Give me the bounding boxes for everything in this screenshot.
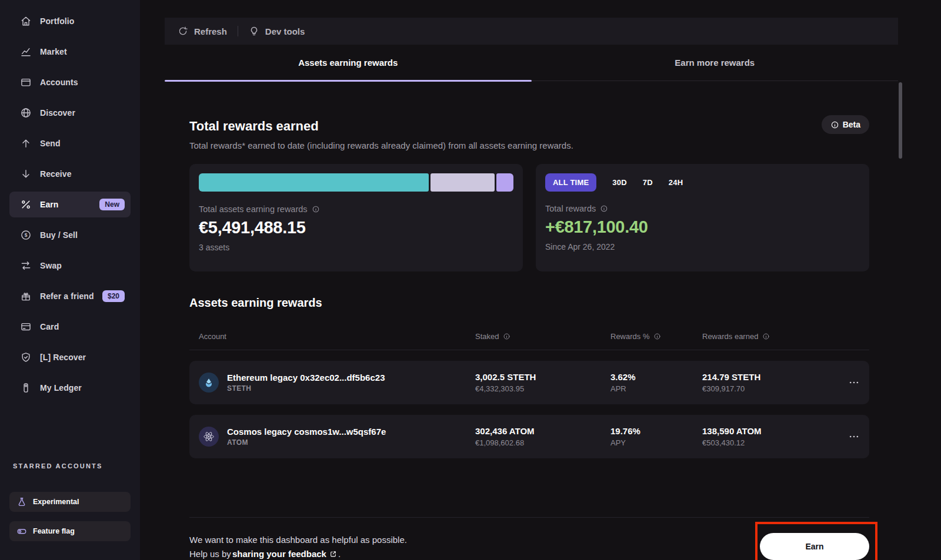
earned-amount: 138,590 ATOM xyxy=(702,426,832,436)
total-rewards-label: Total rewards xyxy=(545,204,596,213)
new-badge: New xyxy=(99,199,125,210)
sidebar-item-label: Market xyxy=(40,47,67,56)
feature-flag-label: Feature flag xyxy=(33,527,75,535)
gift-icon xyxy=(20,290,32,302)
rewards-since-date: Since Apr 26, 2022 xyxy=(545,242,860,252)
refresh-button[interactable]: Refresh xyxy=(178,26,227,36)
arrow-up-icon xyxy=(20,138,32,149)
column-account: Account xyxy=(199,332,475,341)
rate-type: APY xyxy=(610,438,702,447)
earn-button[interactable]: Earn xyxy=(760,533,869,560)
shield-icon xyxy=(20,351,32,363)
info-icon[interactable] xyxy=(762,333,770,341)
topbar-divider xyxy=(238,26,238,36)
feature-flag-button[interactable]: Feature flag xyxy=(9,521,131,541)
sidebar-item-recover[interactable]: [L] Recover xyxy=(9,344,131,370)
chart-icon xyxy=(20,46,32,58)
feedback-help-suffix: . xyxy=(338,549,341,559)
sidebar-item-my-ledger[interactable]: My Ledger xyxy=(9,375,131,401)
beta-badge[interactable]: Beta xyxy=(822,115,869,134)
sidebar-item-label: Swap xyxy=(40,261,62,270)
sidebar-item-label: My Ledger xyxy=(40,383,82,393)
info-icon[interactable] xyxy=(600,204,608,213)
tab-label: Assets earning rewards xyxy=(298,58,398,68)
tab-assets-earning-rewards[interactable]: Assets earning rewards xyxy=(165,45,532,81)
lightbulb-icon xyxy=(249,26,259,36)
total-assets-card: Total assets earning rewards €5,491,488.… xyxy=(189,164,523,271)
column-rewards-pct: Rewards % xyxy=(610,332,702,341)
refresh-label: Refresh xyxy=(194,26,227,36)
rewards-rate: 3.62% xyxy=(610,372,702,382)
info-icon[interactable] xyxy=(312,205,320,213)
rewards-rate: 19.76% xyxy=(610,426,702,436)
vertical-scrollbar-thumb[interactable] xyxy=(899,82,902,159)
account-name: Ethereum legacy 0x32ec02...df5b6c23 xyxy=(227,373,385,383)
sidebar-item-label: Earn xyxy=(40,200,59,209)
sidebar-item-earn[interactable]: Earn New xyxy=(9,192,131,217)
feedback-link[interactable]: sharing your feedback xyxy=(232,549,337,559)
sidebar-item-card[interactable]: Card xyxy=(9,314,131,340)
sidebar-item-label: [L] Recover xyxy=(40,353,86,362)
total-assets-label: Total assets earning rewards xyxy=(199,204,308,214)
sidebar-item-buy-sell[interactable]: $ Buy / Sell xyxy=(9,222,131,248)
sidebar-item-discover[interactable]: Discover xyxy=(9,100,131,126)
filter-30d[interactable]: 30D xyxy=(612,178,626,187)
dev-topbar: Refresh Dev tools xyxy=(165,18,898,45)
sidebar-item-label: Buy / Sell xyxy=(40,230,78,240)
sidebar-item-swap[interactable]: Swap xyxy=(9,253,131,279)
total-rewards-value: +€817,100.40 xyxy=(545,217,860,237)
atom-coin-icon xyxy=(199,427,219,447)
assets-count: 3 assets xyxy=(199,243,513,252)
credit-card-icon xyxy=(20,321,32,333)
table-title: Assets earning rewards xyxy=(189,296,869,310)
rate-type: APR xyxy=(610,384,702,393)
sidebar-item-portfolio[interactable]: Portfolio xyxy=(9,8,131,34)
column-staked: Staked xyxy=(475,332,610,341)
table-row-atom[interactable]: Cosmos legacy cosmos1w...w5qsf67e ATOM 3… xyxy=(189,415,869,458)
experimental-button[interactable]: Experimental xyxy=(9,492,131,512)
home-icon xyxy=(20,15,32,27)
app-window: Portfolio Market Accounts Discover Send xyxy=(0,0,941,560)
steth-coin-icon xyxy=(199,373,219,393)
account-ticker: STETH xyxy=(227,384,385,393)
sidebar-item-accounts[interactable]: Accounts xyxy=(9,69,131,95)
dollar-icon: $ xyxy=(20,229,32,241)
swap-icon xyxy=(20,260,32,271)
filter-24h[interactable]: 24H xyxy=(669,178,683,187)
total-assets-value: €5,491,488.15 xyxy=(199,218,513,237)
main-area: Refresh Dev tools Assets earning rewards… xyxy=(140,0,941,560)
table-row-steth[interactable]: Ethereum legacy 0x32ec02...df5b6c23 STET… xyxy=(189,361,869,404)
bar-segment-purple xyxy=(496,173,513,192)
sidebar-item-label: Refer a friend xyxy=(40,291,94,301)
sidebar-item-refer-a-friend[interactable]: Refer a friend $20 xyxy=(9,283,131,309)
feedback-text: We want to make this dashboard as helpfu… xyxy=(189,535,407,545)
tab-bar: Assets earning rewards Earn more rewards xyxy=(165,45,898,81)
row-menu-icon[interactable] xyxy=(832,377,860,388)
earned-fiat: €309,917.70 xyxy=(702,384,832,393)
feedback-help-prefix: Help us by xyxy=(189,549,231,559)
account-name: Cosmos legacy cosmos1w...w5qsf67e xyxy=(227,427,386,437)
refresh-icon xyxy=(178,26,188,36)
info-icon[interactable] xyxy=(503,333,511,341)
external-link-icon xyxy=(329,550,337,558)
dev-tools-button[interactable]: Dev tools xyxy=(249,26,305,36)
sidebar: Portfolio Market Accounts Discover Send xyxy=(0,0,140,560)
staked-amount: 302,436 ATOM xyxy=(475,426,610,436)
sidebar-item-receive[interactable]: Receive xyxy=(9,161,131,187)
sidebar-item-market[interactable]: Market xyxy=(9,39,131,65)
tab-earn-more-rewards[interactable]: Earn more rewards xyxy=(532,45,899,81)
row-menu-icon[interactable] xyxy=(832,431,860,442)
filter-all-time[interactable]: ALL TIME xyxy=(545,173,596,192)
sidebar-item-label: Accounts xyxy=(40,78,78,87)
filter-7d[interactable]: 7D xyxy=(643,178,653,187)
assets-distribution-bar xyxy=(199,173,513,192)
svg-text:$: $ xyxy=(25,232,28,238)
info-icon xyxy=(830,120,839,129)
staked-fiat: €1,098,602.68 xyxy=(475,438,610,447)
sidebar-item-label: Card xyxy=(40,322,59,331)
ledger-device-icon xyxy=(20,382,32,394)
sidebar-item-send[interactable]: Send xyxy=(9,130,131,156)
table-header: Account Staked Rewards % Rewards earned xyxy=(189,332,869,350)
info-icon[interactable] xyxy=(653,333,662,341)
sidebar-item-label: Discover xyxy=(40,108,75,118)
